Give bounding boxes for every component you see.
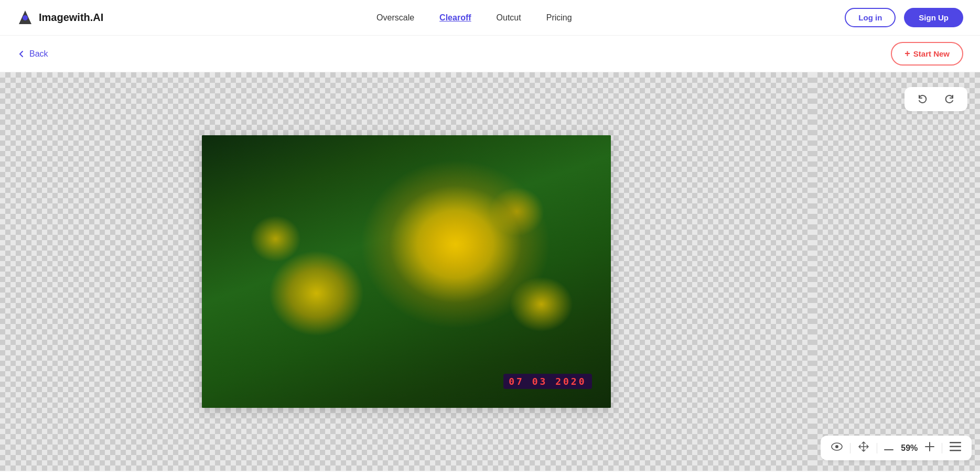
subheader: Back + Start New [0,36,980,72]
zoom-sep-1 [850,443,850,453]
logo-text: Imagewith.AI [39,12,103,24]
menu-icon [950,442,961,451]
signup-button[interactable]: Sign Up [904,8,963,27]
header-actions: Log in Sign Up [845,8,963,27]
svg-rect-4 [884,449,893,450]
zoom-plus-button[interactable] [925,442,934,454]
login-button[interactable]: Log in [845,8,896,27]
plus-icon: + [904,48,910,59]
zoom-minus-button[interactable] [884,442,893,453]
logo-icon [17,9,34,26]
back-arrow-icon [17,49,26,59]
move-button[interactable] [858,441,869,455]
redo-icon [943,93,955,105]
flower-image [202,135,611,408]
eye-button[interactable] [831,442,843,453]
canvas-area: 07 03 2020 [0,72,812,471]
nav-clearoff[interactable]: Clearoff [439,13,471,23]
undo-redo-controls [904,87,967,111]
bottom-toolbar: Tap Draw Brush Revert Download [0,471,980,476]
zoom-controls: 59% [821,436,972,460]
timestamp-overlay: 07 03 2020 [503,374,591,389]
undo-icon [917,93,929,105]
zoom-minus-icon [884,449,893,451]
back-button[interactable]: Back [17,49,48,59]
zoom-plus-icon [925,442,934,451]
main-nav: Overscale Clearoff Outcut Pricing [376,13,572,23]
zoom-value: 59% [901,443,918,453]
timestamp-text: 07 03 2020 [509,376,586,387]
start-new-label: Start New [913,49,950,58]
undo-button[interactable] [915,91,931,107]
eye-icon [831,442,843,451]
svg-point-3 [835,445,838,448]
workspace: 07 03 2020 [0,72,980,471]
svg-point-1 [23,15,28,20]
redo-button[interactable] [941,91,957,107]
back-label: Back [29,49,48,59]
menu-button[interactable] [950,442,961,454]
zoom-sep-2 [877,443,877,453]
right-panel: 59% [812,72,980,471]
image-container: 07 03 2020 [202,135,611,408]
start-new-button[interactable]: + Start New [891,42,963,66]
logo[interactable]: Imagewith.AI [17,9,103,26]
header: Imagewith.AI Overscale Clearoff Outcut P… [0,0,980,36]
nav-overscale[interactable]: Overscale [376,13,414,23]
svg-rect-6 [929,442,930,451]
nav-pricing[interactable]: Pricing [546,13,572,23]
svg-rect-7 [950,442,961,443]
zoom-sep-3 [942,443,942,453]
nav-outcut[interactable]: Outcut [497,13,521,23]
svg-rect-9 [950,450,961,451]
move-icon [858,441,869,452]
svg-rect-8 [950,446,961,448]
